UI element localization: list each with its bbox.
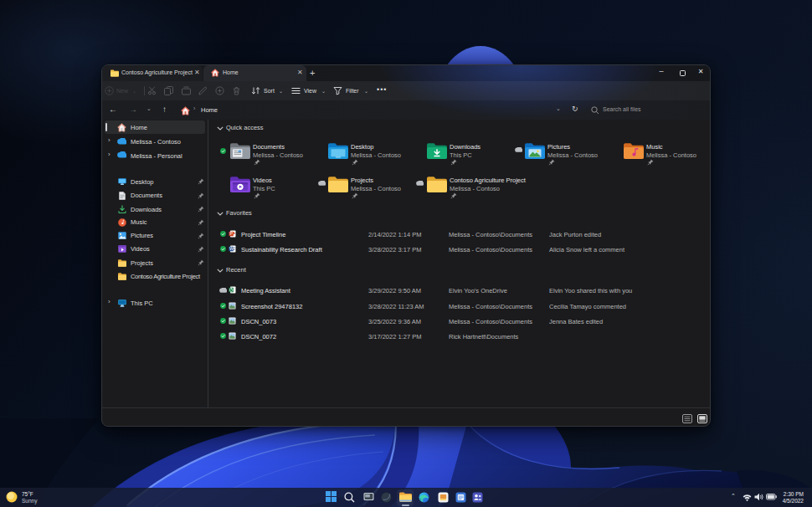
svg-text:W: W	[229, 246, 234, 251]
svg-text:P: P	[229, 231, 233, 236]
